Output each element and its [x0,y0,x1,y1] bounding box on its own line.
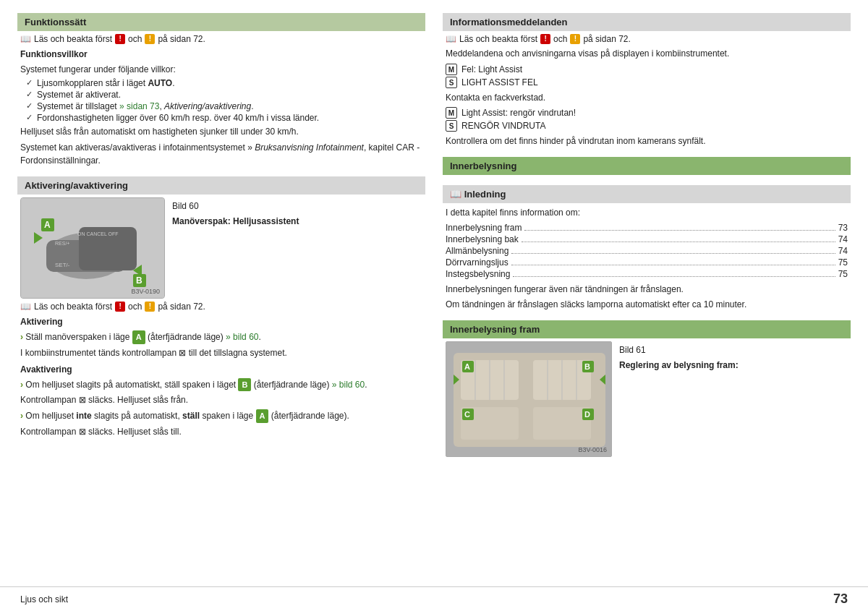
book-icon-2: 📖 [20,302,31,312]
page: Funktionssätt 📖 Läs och beakta först ! o… [0,0,868,611]
warn-icon-yellow-1: ! [145,34,155,44]
info-p3: Kontrollera om det finns hinder på vindr… [446,134,848,148]
warn-icon-red-2: ! [115,302,125,312]
stick-image: SET/- RES/+ ON CANCEL OFF A B [20,197,165,299]
systemet-intro: Systemet fungerar under följande villkor… [20,63,422,76]
fram-bild-caption: Reglering av belysning fram: [619,359,848,372]
innerbelysning-fram-section: Innerbelysning fram [443,320,851,460]
inledning-header: 📖 Inledning [443,185,851,203]
img-code-1: B3V-0190 [131,288,160,295]
avak-p3: › Om helljuset inte slagits på automatis… [20,409,422,423]
fram-bild-no: Bild 61 [619,343,848,356]
left-column: Funktionssätt 📖 Läs och beakta först ! o… [17,13,425,604]
avaktivering-subheading: Avaktivering [20,363,422,376]
avak-p2: Kontrollampan ⊠ släcks. Helljuset slås f… [20,393,422,406]
check-item-4: ✓ Fordonshastigheten ligger över 60 km/h… [26,113,422,123]
msg-text-4: RENGÖR VINDRUTA [461,121,545,131]
page-number: 73 [833,591,848,607]
avak-p4: Kontrollampan ⊠ släcks. Helljuset slås t… [20,425,422,438]
inledning-content: I detta kapitel finns information om: In… [443,206,851,311]
informations-header: Informationsmeddelanden [443,13,851,31]
svg-text:B: B [584,362,590,371]
msg-box-2: S LIGHT ASSIST FEL [446,77,848,88]
innerbelysning-header: Innerbelysning [443,157,851,175]
fram-bild-caption-block: Bild 61 Reglering av belysning fram: [619,341,848,374]
bild-caption-block: Bild 60 Manöverspak: Helljusassistent [172,197,422,230]
inner-image: A B C D [446,341,612,457]
innerbelysning-fram-content: A B C D [443,341,851,457]
msg-box-3: M Light Assist: rengör vindrutan! [446,107,848,119]
aktivering-subheading: Aktivering [20,315,422,328]
informations-section: Informationsmeddelanden 📖 Läs och beakta… [443,13,851,150]
msg-text-3: Light Assist: rengör vindrutan! [461,108,576,118]
check-item-2: ✓ Systemet är aktiverat. [26,90,422,100]
warn-icon-yellow-2: ! [145,302,155,312]
aktivering-header: Aktivering/avaktivering [17,176,425,195]
footer: Ljus och sikt 73 [0,586,868,611]
innerbelysning-section: Innerbelysning [443,157,851,178]
svg-text:ON CANCEL OFF: ON CANCEL OFF [77,231,119,236]
aktivering-p2: I kombiinstrumentet tänds kontrollampan … [20,346,422,359]
msg-box-4: S RENGÖR VINDRUTA [446,120,848,132]
systemet-p2: Systemet kan aktiveras/avaktiveras i inf… [20,141,422,167]
info-p2: Kontakta en fackverkstad. [446,91,848,104]
inledning-p1: I detta kapitel finns information om: [446,206,848,219]
warn-icon-red-3: ! [540,34,550,44]
msg-text-2: LIGHT ASSIST FEL [461,77,538,87]
warn-icon-red-1: ! [115,34,125,44]
svg-text:C: C [464,410,470,419]
toc-item-3: Allmänbelysning 74 [446,246,848,256]
label-B-1: B [238,378,251,392]
label-A-1: A [132,330,145,344]
helljuset-p1: Helljuset slås från automatiskt om hasti… [20,125,422,138]
svg-text:A: A [464,362,470,371]
inledning-section: 📖 Inledning I detta kapitel finns inform… [443,185,851,313]
bild-caption: Manöverspak: Helljusassistent [172,215,422,228]
msg-letter-M2: M [446,107,457,119]
informations-content: 📖 Läs och beakta först ! och ! på sidan … [443,34,851,148]
avak-p1: › Om helljuset slagits på automatiskt, s… [20,378,422,392]
inledning-p3: Om tändningen är frånslagen släcks lampo… [446,298,848,311]
toc-item-4: Dörrvarningsljus 75 [446,257,848,268]
warn-icon-yellow-3: ! [570,34,580,44]
msg-letter-S1: S [446,77,457,88]
check-list: ✓ Ljusomkopplaren står i läget AUTO. ✓ S… [26,78,422,123]
book-icon-3: 📖 [446,34,456,44]
interior-svg: A B C D [446,342,612,457]
funktionsvillkor-heading: Funktionsvillkor [20,48,422,61]
fram-image-row: A B C D [446,341,848,457]
toc-item-1: Innerbelysning fram 73 [446,223,848,233]
toc-item-5: Instegsbelysning 75 [446,269,848,279]
inledning-p2: Innerbelysningen fungerar även när tändn… [446,283,848,296]
warn-line-1: 📖 Läs och beakta först ! och ! på sidan … [20,34,422,44]
svg-text:B: B [136,275,142,286]
warn-line-3: 📖 Läs och beakta först ! och ! på sidan … [446,34,848,44]
aktivering-p1: › Ställ manöverspaken i läge A (återfjäd… [20,330,422,344]
msg-letter-M1: M [446,64,457,75]
msg-letter-S2: S [446,120,457,132]
svg-text:RES/+: RES/+ [55,241,69,246]
check-item-1: ✓ Ljusomkopplaren står i läget AUTO. [26,78,422,88]
svg-text:A: A [44,220,51,230]
img-code-2: B3V-0016 [578,446,607,453]
bild-no: Bild 60 [172,200,422,213]
footer-left: Ljus och sikt [20,594,68,604]
toc-item-2: Innerbelysning bak 74 [446,234,848,244]
info-p1: Meddelandena och anvisningarna visas på … [446,47,848,60]
label-A-2: A [256,409,269,423]
msg-box-1: M Fel: Light Assist [446,64,848,75]
check-item-3: ✓ Systemet är tillslaget » sidan 73, Akt… [26,101,422,111]
book-icon: 📖 [20,34,31,44]
msg-text-1: Fel: Light Assist [461,64,522,74]
funktionssatt-header: Funktionssätt [17,13,425,31]
stick-svg: SET/- RES/+ ON CANCEL OFF A B [21,198,165,299]
aktivering-image-row: SET/- RES/+ ON CANCEL OFF A B [20,197,422,299]
funktionssatt-content: 📖 Läs och beakta först ! och ! på sidan … [17,34,425,167]
svg-text:SET/-: SET/- [55,262,70,268]
right-column: Informationsmeddelanden 📖 Läs och beakta… [443,13,851,604]
warn-line-2: 📖 Läs och beakta först ! och ! på sidan … [20,302,422,312]
aktivering-section: Aktivering/avaktivering SET/ [17,176,425,440]
aktivering-content: SET/- RES/+ ON CANCEL OFF A B [17,197,425,438]
toc-list: Innerbelysning fram 73 Innerbelysning ba… [446,223,848,279]
innerbelysning-fram-header: Innerbelysning fram [443,320,851,338]
